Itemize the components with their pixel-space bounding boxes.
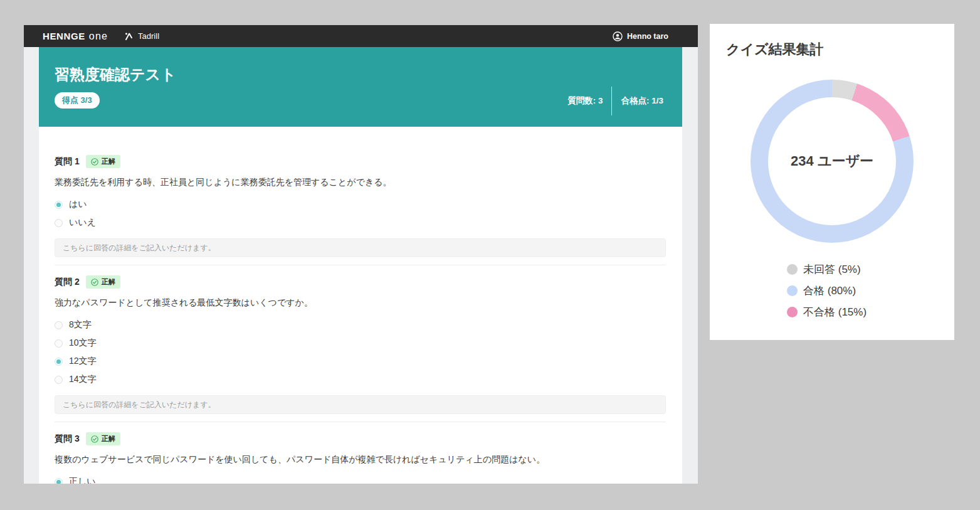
tadrill-brand: Tadrill (124, 31, 159, 41)
radio-label: 正しい (69, 476, 96, 484)
correct-badge-label: 正解 (102, 434, 115, 444)
question-count: 質問数: 3 (567, 95, 603, 107)
legend-dot-gray (787, 264, 798, 275)
check-circle-icon (91, 435, 98, 443)
comment-input[interactable] (55, 395, 666, 414)
question-header: 質問 2 正解 (55, 275, 666, 289)
check-circle-icon (91, 279, 98, 286)
correct-badge: 正解 (86, 275, 120, 289)
radio-label: 14文字 (69, 374, 97, 385)
quiz-stats: 質問数: 3 合格点: 1/3 (567, 87, 663, 115)
question-text: 複数のウェブサービスで同じパスワードを使い回しても、パスワード自体が複雑で長けれ… (55, 454, 666, 465)
section-divider (55, 422, 666, 422)
results-donut-chart: 234 ユーザー (751, 80, 914, 243)
radio-option[interactable]: 10文字 (55, 337, 666, 349)
hennge-one-suffix: one (89, 31, 108, 42)
radio-option[interactable]: はい (55, 199, 666, 210)
user-name: Henno taro (627, 32, 668, 41)
section-divider (55, 265, 666, 265)
radio-button[interactable] (55, 339, 63, 348)
question-text: 強力なパスワードとして推奨される最低文字数はいくつですか。 (55, 297, 666, 309)
quiz-header: 習熟度確認テスト 得点 3/3 質問数: 3 合格点: 1/3 (39, 47, 682, 127)
legend-dot-blue (787, 285, 798, 296)
correct-badge: 正解 (86, 155, 120, 168)
legend-item: 未回答 (5%) (787, 262, 867, 276)
question-block-2: 質問 2 正解 強力なパスワードとして推奨される最低文字数はいくつですか。 8文… (55, 275, 666, 422)
radio-button[interactable] (55, 376, 63, 384)
radio-option[interactable]: 14文字 (55, 374, 666, 385)
legend-item: 合格 (80%) (787, 284, 867, 297)
radio-button[interactable] (55, 478, 63, 484)
question-title: 質問 3 (55, 433, 80, 445)
question-header: 質問 3 正解 (55, 432, 666, 445)
radio-button[interactable] (55, 201, 63, 209)
radio-label: 12文字 (69, 356, 97, 367)
brand-area: HENNGE one Tadrill (43, 31, 159, 42)
question-header: 質問 1 正解 (55, 155, 666, 168)
comment-input[interactable] (55, 238, 666, 257)
legend-label: 不合格 (15%) (803, 305, 867, 319)
radio-option[interactable]: 正しい (55, 476, 666, 484)
donut-center-label: 234 ユーザー (751, 80, 914, 243)
radio-button[interactable] (55, 321, 63, 329)
legend-label: 未回答 (5%) (803, 262, 861, 277)
check-circle-icon (91, 158, 98, 166)
user-menu[interactable]: Henno taro (613, 31, 668, 41)
question-text: 業務委託先を利用する時、正社員と同じように業務委託先を管理することができる。 (55, 177, 666, 188)
radio-label: いいえ (69, 217, 96, 228)
radio-label: 8文字 (69, 319, 92, 331)
correct-badge-label: 正解 (102, 277, 115, 287)
hennge-logo: HENNGE (43, 31, 85, 41)
quiz-results-card: クイズ結果集計 234 ユーザー 未回答 (5%) 合格 (80%) 不合格 (… (710, 24, 954, 340)
passing-score: 合格点: 1/3 (621, 95, 663, 107)
correct-badge: 正解 (86, 432, 120, 445)
score-badge: 得点 3/3 (55, 92, 100, 109)
stats-divider (611, 87, 612, 115)
top-bar: HENNGE one Tadrill Henno taro (24, 25, 698, 47)
tadrill-icon (124, 31, 134, 41)
radio-option[interactable]: 8文字 (55, 319, 666, 331)
results-title: クイズ結果集計 (726, 40, 824, 59)
quiz-window: HENNGE one Tadrill Henno taro 習熟度確認テスト 得… (24, 25, 698, 484)
radio-label: 10文字 (69, 337, 97, 349)
tadrill-label: Tadrill (138, 31, 159, 41)
user-circle-icon (613, 31, 623, 41)
radio-label: はい (69, 199, 87, 210)
question-block-1: 質問 1 正解 業務委託先を利用する時、正社員と同じように業務委託先を管理するこ… (55, 155, 666, 265)
question-block-3: 質問 3 正解 複数のウェブサービスで同じパスワードを使い回しても、パスワード自… (55, 432, 666, 484)
radio-button[interactable] (55, 219, 63, 227)
question-title: 質問 2 (55, 277, 80, 288)
legend-item: 不合格 (15%) (787, 305, 867, 319)
legend-label: 合格 (80%) (803, 284, 856, 298)
questions-area: 質問 1 正解 業務委託先を利用する時、正社員と同じように業務委託先を管理するこ… (39, 127, 682, 484)
legend-dot-pink (787, 307, 798, 317)
question-title: 質問 1 (55, 156, 80, 167)
chart-legend: 未回答 (5%) 合格 (80%) 不合格 (15%) (787, 262, 867, 326)
radio-button[interactable] (55, 358, 63, 366)
correct-badge-label: 正解 (102, 157, 115, 166)
radio-option[interactable]: いいえ (55, 217, 666, 228)
quiz-title: 習熟度確認テスト (55, 65, 176, 85)
radio-option[interactable]: 12文字 (55, 356, 666, 367)
